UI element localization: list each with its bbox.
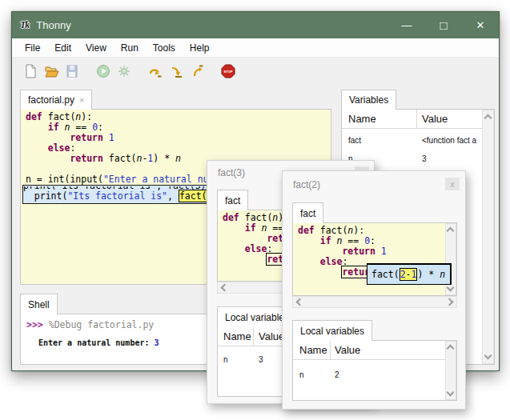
menu-item-run[interactable]: Run	[114, 42, 146, 54]
step-out-button[interactable]	[187, 61, 207, 82]
menu-item-view[interactable]: View	[78, 42, 114, 54]
shell-io-input: 3	[155, 338, 159, 347]
variables-table-header: Name Value	[342, 110, 494, 129]
step-into-icon	[168, 63, 184, 79]
popup-fact2-close-button[interactable]: x	[445, 178, 460, 190]
active-statement-box: print("Its factorial is", fact(3)) print…	[22, 185, 235, 204]
svg-text:STOP: STOP	[223, 69, 233, 73]
popup-fact2-locals-scrollbar[interactable]	[445, 341, 456, 400]
variables-row-fact-value[interactable]: <function fact a	[422, 136, 483, 145]
active-statement-line: print("Its factorial is", fact(3))	[23, 191, 235, 202]
minimize-button[interactable]: —	[388, 12, 425, 38]
column-separator[interactable]	[416, 110, 417, 129]
evaluation-expression: fact(2-1) * n	[371, 270, 450, 280]
variables-scrollbar[interactable]	[482, 110, 494, 364]
toolbar: STOP	[12, 58, 499, 84]
open-file-button[interactable]	[41, 61, 62, 82]
scroll-up-icon[interactable]	[484, 114, 492, 122]
popup-fact3-title: fact(3)	[218, 167, 245, 178]
editor-tab-label: factorial.py	[28, 94, 74, 106]
scroll-down-icon[interactable]	[447, 284, 455, 292]
shell-tab-label: Shell	[28, 299, 50, 310]
locals-header-value[interactable]: Value	[259, 330, 284, 342]
step-over-button[interactable]	[145, 61, 166, 82]
column-separator[interactable]	[253, 327, 254, 346]
shell-command: %Debug factorial.py	[49, 319, 155, 330]
popup-fact2-locals-tab-label: Local variables	[300, 326, 364, 337]
popup-fact2-locals-table[interactable]: Name Value n 2	[292, 340, 457, 401]
popup-fact2-code-tab[interactable]: fact	[292, 202, 323, 223]
locals-row-n-name[interactable]: n	[299, 370, 327, 379]
open-folder-icon	[43, 63, 59, 79]
locals-table-header: Name Value	[293, 341, 456, 360]
maximize-button[interactable]: □	[425, 12, 462, 38]
scroll-down-icon[interactable]	[447, 389, 455, 397]
run-icon	[95, 63, 111, 79]
popup-fact2-h-scrollbar[interactable]	[292, 296, 457, 308]
popup-fact2-code-tab-label: fact	[300, 208, 315, 219]
shell-prompt: >>>	[26, 319, 49, 330]
scroll-down-icon[interactable]	[484, 352, 492, 360]
debug-button[interactable]	[114, 61, 135, 82]
thonny-app-icon: Tk	[20, 19, 29, 31]
shell-io-text: Enter a natural number:	[38, 338, 155, 347]
variables-tab[interactable]: Variables	[341, 90, 396, 110]
popup-fact3-code-tab[interactable]: fact	[217, 190, 248, 210]
locals-row-n-value[interactable]: 2	[335, 370, 399, 379]
step-out-icon	[189, 63, 205, 79]
popup-fact2-title: fact(2)	[293, 179, 320, 190]
stop-button[interactable]: STOP	[218, 61, 239, 82]
save-button[interactable]	[62, 61, 82, 82]
save-icon	[64, 63, 80, 79]
variables-header-name[interactable]: Name	[348, 113, 376, 125]
scroll-left-icon[interactable]	[296, 298, 304, 306]
popup-fact3-code-tab-label: fact	[225, 195, 240, 206]
scroll-up-icon[interactable]	[447, 345, 455, 353]
menu-item-edit[interactable]: Edit	[47, 42, 78, 54]
close-button[interactable]: ✕	[462, 12, 499, 38]
titlebar[interactable]: Tk Thonny — □ ✕	[12, 12, 499, 38]
debug-icon	[116, 63, 132, 79]
shell-tab[interactable]: Shell	[20, 294, 58, 314]
scroll-left-icon[interactable]	[221, 284, 229, 292]
column-separator[interactable]	[330, 341, 331, 360]
scroll-up-icon[interactable]	[447, 227, 455, 235]
step-over-icon	[147, 63, 163, 79]
popup-fact2[interactable]: fact(2) x fact def fact(n): if n == 0: r…	[282, 170, 466, 410]
variables-tab-label: Variables	[349, 94, 388, 106]
locals-header-name[interactable]: Name	[223, 330, 251, 342]
editor-tab-close-icon[interactable]: ×	[79, 95, 84, 105]
popup-fact3-locals-tab-label: Local variables	[225, 312, 289, 323]
editor-tab-factorial[interactable]: factorial.py ×	[20, 90, 92, 110]
new-file-button[interactable]	[20, 61, 41, 82]
variables-row-n-value[interactable]: 3	[422, 154, 483, 163]
popup-fact2-locals-tab[interactable]: Local variables	[292, 320, 372, 341]
evaluation-box: fact(2-1) * n	[367, 263, 452, 285]
popup-fact2-code-editor[interactable]: def fact(n): if n == 0: return 1 else: r…	[292, 222, 457, 296]
scroll-right-icon[interactable]	[446, 298, 454, 306]
locals-row-n-name[interactable]: n	[223, 355, 251, 364]
variables-header-value[interactable]: Value	[422, 113, 448, 125]
window-title: Thonny	[36, 19, 70, 31]
menu-item-help[interactable]: Help	[183, 42, 217, 54]
step-into-button[interactable]	[166, 61, 187, 82]
new-file-icon	[22, 63, 38, 79]
menu-item-file[interactable]: File	[18, 42, 47, 54]
window-controls: — □ ✕	[388, 12, 499, 38]
stop-icon: STOP	[220, 63, 236, 79]
run-button[interactable]	[93, 61, 114, 82]
variables-row-fact-name[interactable]: fact	[348, 136, 412, 145]
menu-item-tools[interactable]: Tools	[146, 42, 183, 54]
locals-header-value[interactable]: Value	[335, 344, 360, 356]
menubar: File Edit View Run Tools Help	[12, 38, 499, 58]
locals-header-name[interactable]: Name	[299, 344, 327, 356]
